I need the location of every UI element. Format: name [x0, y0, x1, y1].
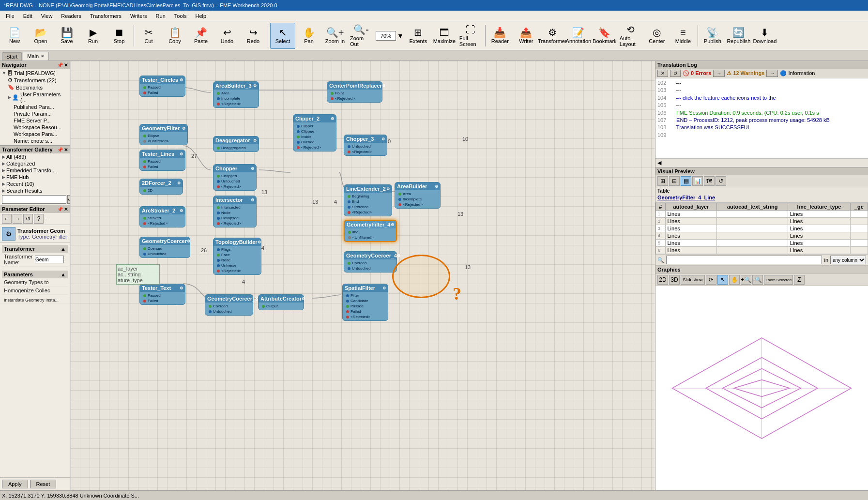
param-refresh[interactable]: ↺ — [23, 214, 33, 224]
vp-btn-table-view[interactable]: ▤ — [681, 176, 691, 186]
col-header-fme-feature[interactable]: fme_feature_type — [788, 203, 850, 211]
menu-run[interactable]: Run — [152, 12, 169, 20]
reader-button[interactable]: 📥 Reader — [487, 23, 513, 49]
select-button[interactable]: ↖ Select — [270, 23, 295, 49]
graphics-zoom-out-button[interactable]: -🔍 — [752, 275, 763, 285]
graphics-zoom-selected-button[interactable]: Zoom Selected — [764, 275, 793, 285]
col-header-autocad-layer[interactable]: autocad_layer — [665, 203, 717, 211]
navigator-close[interactable]: ✕ — [64, 62, 68, 68]
table-row[interactable]: 3 Lines Lines — [656, 225, 868, 232]
gallery-fme-hub[interactable]: ▶ FME Hub — [0, 174, 70, 181]
tab-close-main[interactable]: ✕ — [41, 54, 45, 59]
redo-button[interactable]: ↪ Redo — [241, 23, 266, 49]
table-row[interactable]: 1 Lines Lines — [656, 211, 868, 218]
new-button[interactable]: 📄 New — [2, 23, 27, 49]
zoom-out-button[interactable]: 🔍- Zoom Out — [349, 23, 374, 49]
col-header-autocad-text[interactable]: autocad_text_string — [717, 203, 788, 211]
log-clear-button[interactable]: ✕ — [657, 70, 668, 77]
graphics-orbit-button[interactable]: ⟳ — [706, 275, 716, 285]
stop-button[interactable]: ⏹ Stop — [107, 23, 132, 49]
graphics-3d-button[interactable]: 3D — [669, 275, 680, 285]
graphics-slideshow-button[interactable]: Slideshow — [681, 275, 705, 285]
node-chopper[interactable]: Chopper ⚙ Chopped Untouched <Rejected> — [213, 164, 257, 191]
node-tester-text[interactable]: Tester_Text ⚙ Passed Failed — [139, 284, 185, 305]
menu-edit[interactable]: Edit — [19, 12, 36, 20]
nav-item-workspace-resou[interactable]: Workspace Resou... — [13, 124, 69, 131]
full-screen-button[interactable]: ⛶ Full Screen — [458, 23, 483, 49]
vp-btn-table-flat[interactable]: ⊞ — [657, 176, 668, 186]
zoom-input[interactable] — [376, 31, 396, 41]
table-row[interactable]: 2 Lines Lines — [656, 218, 868, 225]
col-header-ge[interactable]: _ge — [850, 203, 868, 211]
reset-button[interactable]: Reset — [30, 480, 57, 488]
log-warning-nav-button[interactable]: → — [766, 70, 778, 77]
log-content[interactable]: 102 –- 103 –- 104 –- click the feature c… — [655, 78, 868, 158]
annotation-button[interactable]: 📝 Annotation — [566, 23, 591, 49]
table-search-input[interactable] — [666, 256, 822, 264]
middle-button[interactable]: ≡ Middle — [670, 23, 696, 49]
param-section-header-params[interactable]: Parameters ▲ — [2, 271, 68, 278]
transformer-name-input[interactable] — [35, 256, 66, 263]
zoom-decrease[interactable]: ▼ — [397, 32, 404, 40]
param-help[interactable]: ? — [34, 214, 44, 224]
vp-btn-refresh[interactable]: ↺ — [716, 176, 726, 186]
auto-layout-button[interactable]: ⟲ Auto-Layout — [618, 23, 643, 49]
pan-button[interactable]: ✋ Pan — [296, 23, 321, 49]
open-button[interactable]: 📂 Open — [28, 23, 53, 49]
apply-button[interactable]: Apply — [2, 480, 28, 488]
menu-file[interactable]: File — [2, 12, 18, 20]
republish-button[interactable]: 🔄 Republish — [726, 23, 751, 49]
table-row[interactable]: 5 Lines Lines — [656, 240, 868, 247]
menu-help[interactable]: Help — [191, 12, 210, 20]
writer-button[interactable]: 📤 Writer — [514, 23, 539, 49]
node-tester-circles[interactable]: Tester_Circles ⚙ Passed Failed — [139, 76, 185, 97]
tab-start[interactable]: Start — [2, 52, 22, 61]
node-geometry-coercer[interactable]: GeometryCoercer ⚙ Coerced Untouched — [139, 237, 190, 258]
node-clipper-2[interactable]: Clipper_2 ⚙ Clipper Clippee Inside Outsi… — [293, 114, 336, 152]
param-section-header-transformer[interactable]: Transformer ▲ — [2, 245, 68, 253]
node-deaggregator[interactable]: Deaggregator ⚙ Deaggregated — [213, 136, 259, 152]
node-tester-lines[interactable]: Tester_Lines ⚙ Passed Failed — [139, 150, 185, 171]
node-topology-builder[interactable]: TopologyBuilder ⚙ Flags Face Node Univer… — [213, 238, 261, 275]
maximize-button[interactable]: 🗖 Maximize — [432, 23, 457, 49]
publish-button[interactable]: 📡 Publish — [700, 23, 725, 49]
nav-item-transformers[interactable]: ⚙ Transformers (22) — [7, 76, 69, 84]
nav-item-fme-server[interactable]: FME Server P... — [13, 117, 69, 124]
gallery-search-input[interactable] — [2, 195, 66, 204]
menu-readers[interactable]: Readers — [57, 12, 85, 20]
nav-item-name-cnote[interactable]: Name: cnote s... — [13, 137, 69, 144]
save-button[interactable]: 💾 Save — [54, 23, 79, 49]
gallery-pin[interactable]: 📌 — [57, 147, 63, 152]
canvas-area[interactable]: 27 4 13 13 13 13 4 10 10 13 4 26 — [70, 61, 655, 490]
node-intersector[interactable]: Intersector ⚙ Intersected Node Collapsed… — [213, 196, 257, 227]
menu-writers[interactable]: Writers — [126, 12, 151, 20]
gallery-search-results[interactable]: ▶ Search Results — [0, 187, 70, 194]
table-row[interactable]: 6 Lines Lines — [656, 247, 868, 254]
node-geometry-filter-4[interactable]: GeometryFilter_4 ⚙ line <Unfiltered> — [344, 220, 397, 242]
tab-main[interactable]: Main ✕ — [23, 52, 49, 61]
node-area-builder-3[interactable]: AreaBuilder_3 ⚙ Area Incomplete <Rejecte… — [213, 81, 259, 108]
table-search-column[interactable]: any column — [830, 256, 866, 264]
zoom-in-button[interactable]: 🔍+ Zoom In — [322, 23, 348, 49]
node-center-point-replacer[interactable]: CenterPointReplacer ⚙ Point <Rejected> — [327, 81, 382, 103]
log-error-nav-button[interactable]: → — [713, 70, 725, 77]
graphics-z-button[interactable]: Z — [794, 275, 805, 285]
node-2dforcer-2[interactable]: 2DForcer_2 ⚙ 2D — [139, 179, 183, 195]
bookmark-button[interactable]: 🔖 Bookmark — [592, 23, 617, 49]
menu-view[interactable]: View — [37, 12, 57, 20]
node-line-extender-2[interactable]: LineExtender_2 ⚙ Beginning End Stretched… — [344, 184, 392, 216]
run-button[interactable]: ▶ Run — [80, 23, 106, 49]
table-row[interactable]: 4 Lines Lines — [656, 232, 868, 240]
download-button[interactable]: ⬇ Download — [752, 23, 777, 49]
gallery-embedded[interactable]: ▶ Embedded Transfo... — [0, 167, 70, 174]
nav-item-published[interactable]: Published Para... — [13, 104, 69, 110]
param-back[interactable]: ← — [2, 214, 12, 224]
node-geometry-coercer-3[interactable]: GeometryCoercer_3 ⚙ Coerced Untouched — [205, 294, 253, 316]
node-attribute-creator[interactable]: AttributeCreator ⚙ Output — [258, 294, 304, 310]
param-pin[interactable]: 📌 — [57, 207, 63, 212]
copy-button[interactable]: 📋 Copy — [162, 23, 187, 49]
gallery-recent[interactable]: ▶ Recent (10) — [0, 181, 70, 187]
data-table-container[interactable]: # autocad_layer autocad_text_string fme_… — [655, 203, 868, 255]
param-forward[interactable]: → — [13, 214, 22, 224]
nav-item-workspace-para[interactable]: Workspace Para... — [13, 131, 69, 137]
